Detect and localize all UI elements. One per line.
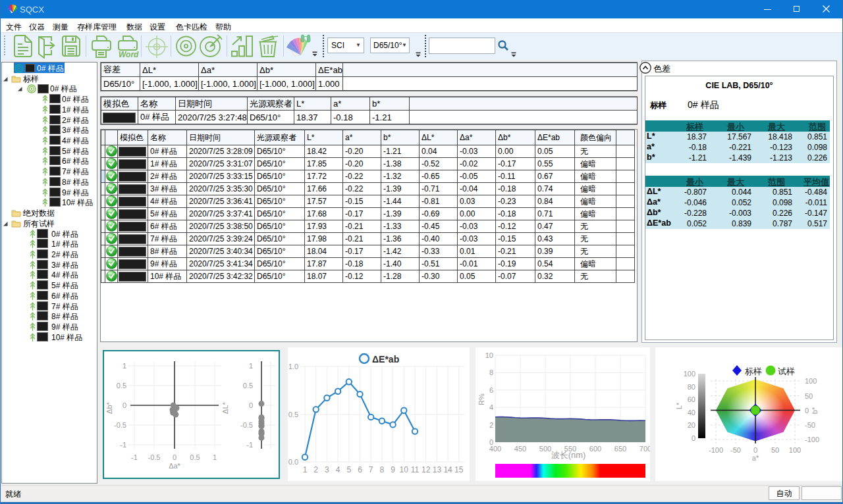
svg-text:-0.5: -0.5 xyxy=(240,421,253,429)
svg-text:0: 0 xyxy=(805,407,809,415)
svg-text:0.0: 0.0 xyxy=(288,458,298,466)
svg-text:4: 4 xyxy=(489,403,493,411)
svg-text:50: 50 xyxy=(771,446,779,454)
svg-text:1: 1 xyxy=(122,362,126,370)
svg-text:8: 8 xyxy=(489,368,493,376)
svg-text:6: 6 xyxy=(358,465,362,474)
svg-text:ΔE*ab: ΔE*ab xyxy=(372,354,399,365)
svg-text:0.5: 0.5 xyxy=(190,453,200,461)
svg-text:3: 3 xyxy=(325,465,329,474)
svg-text:7: 7 xyxy=(369,465,373,474)
svg-text:2: 2 xyxy=(313,465,318,474)
svg-text:a*: a* xyxy=(752,454,759,462)
svg-text:Δa*: Δa* xyxy=(169,462,180,470)
svg-text:6: 6 xyxy=(489,386,493,394)
svg-text:ΔL*: ΔL* xyxy=(221,401,229,413)
svg-text:12: 12 xyxy=(422,465,431,474)
svg-text:500: 500 xyxy=(539,445,551,453)
svg-text:13: 13 xyxy=(433,465,442,474)
svg-text:2: 2 xyxy=(489,421,493,429)
svg-text:-100: -100 xyxy=(805,436,819,443)
svg-text:14: 14 xyxy=(443,465,452,474)
svg-text:10: 10 xyxy=(485,351,493,359)
svg-text:0.5: 0.5 xyxy=(288,411,298,418)
svg-text:0: 0 xyxy=(122,401,126,409)
svg-text:600: 600 xyxy=(589,445,601,453)
svg-text:-100: -100 xyxy=(709,446,723,454)
svg-text:100: 100 xyxy=(805,377,817,385)
svg-text:1: 1 xyxy=(303,465,308,474)
svg-text:15: 15 xyxy=(454,465,464,474)
svg-text:400: 400 xyxy=(489,445,501,453)
svg-text:Δb*: Δb* xyxy=(105,401,113,413)
svg-text:0: 0 xyxy=(173,453,177,461)
svg-text:650: 650 xyxy=(614,445,626,453)
svg-text:-50: -50 xyxy=(730,446,741,454)
svg-text:100: 100 xyxy=(789,446,801,454)
svg-text:1.0: 1.0 xyxy=(288,363,298,370)
svg-text:-1: -1 xyxy=(246,441,253,449)
svg-text:b*: b* xyxy=(811,407,819,414)
svg-text:-1: -1 xyxy=(120,441,126,449)
svg-text:50: 50 xyxy=(805,392,813,400)
svg-text:450: 450 xyxy=(514,445,526,453)
svg-text:5: 5 xyxy=(346,465,351,474)
svg-text:-0.5: -0.5 xyxy=(114,421,126,429)
svg-text:波长(nm): 波长(nm) xyxy=(551,450,586,460)
svg-text:R%: R% xyxy=(477,393,485,405)
svg-text:1: 1 xyxy=(249,362,253,370)
svg-text:8: 8 xyxy=(380,465,385,474)
svg-text:4: 4 xyxy=(336,465,340,474)
svg-text:0: 0 xyxy=(249,401,253,409)
svg-text:9: 9 xyxy=(391,465,395,474)
svg-text:700: 700 xyxy=(639,445,650,453)
svg-text:10: 10 xyxy=(400,465,409,474)
svg-text:11: 11 xyxy=(411,465,420,474)
svg-text:-50: -50 xyxy=(805,421,815,429)
svg-text:Word: Word xyxy=(119,50,139,59)
svg-text:0.5: 0.5 xyxy=(243,382,253,390)
svg-text:0: 0 xyxy=(753,446,757,454)
svg-text:0.5: 0.5 xyxy=(117,382,126,390)
svg-text:-0.5: -0.5 xyxy=(148,453,161,461)
svg-text:-1: -1 xyxy=(131,453,138,461)
svg-text:1: 1 xyxy=(213,453,217,461)
